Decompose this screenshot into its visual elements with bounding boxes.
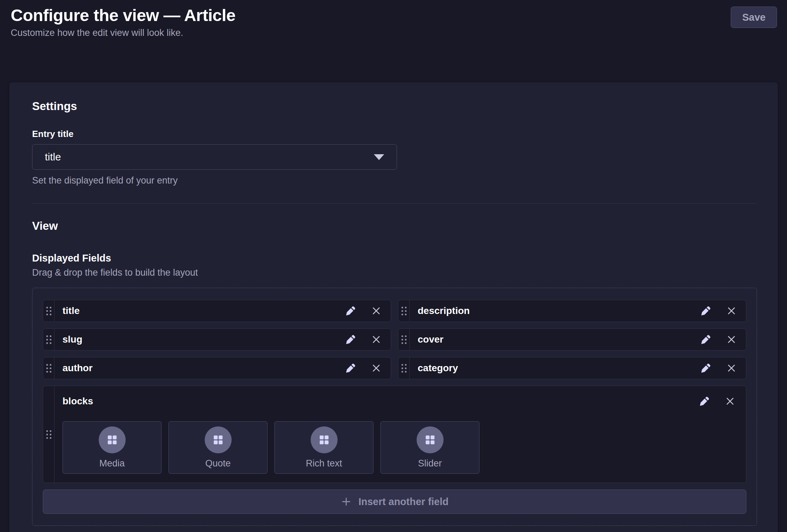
edit-field-button[interactable] bbox=[699, 304, 713, 318]
drag-handle-icon bbox=[46, 364, 51, 373]
drag-handle-icon bbox=[46, 430, 51, 439]
pencil-icon bbox=[345, 334, 356, 345]
component-circle bbox=[205, 426, 232, 453]
edit-field-button[interactable] bbox=[699, 361, 713, 375]
save-button[interactable]: Save bbox=[731, 7, 777, 28]
fields-drop-zone: title description bbox=[32, 288, 757, 526]
plus-icon bbox=[340, 496, 352, 508]
page-subtitle: Customize how the edit view will look li… bbox=[11, 28, 778, 38]
blocks-header: blocks bbox=[62, 394, 738, 408]
remove-field-button[interactable] bbox=[725, 333, 738, 346]
drag-handle-icon bbox=[401, 307, 407, 315]
component-label: Slider bbox=[418, 458, 442, 469]
displayed-fields-hint: Drag & drop the fields to build the layo… bbox=[32, 267, 757, 278]
remove-field-button[interactable] bbox=[725, 304, 738, 318]
component-card-slider[interactable]: Slider bbox=[380, 421, 479, 474]
close-icon bbox=[371, 363, 382, 374]
pencil-icon bbox=[345, 363, 356, 374]
component-card-media[interactable]: Media bbox=[62, 421, 162, 474]
remove-field-button[interactable] bbox=[369, 333, 383, 346]
pencil-icon bbox=[700, 334, 711, 345]
component-cards: Media Quote bbox=[62, 421, 738, 474]
drag-handle-icon bbox=[46, 335, 51, 344]
chevron-down-icon bbox=[374, 154, 384, 160]
view-heading: View bbox=[32, 219, 757, 233]
field-row-category: category bbox=[398, 357, 746, 379]
page-header: Configure the view — Article Customize h… bbox=[9, 6, 778, 38]
close-icon bbox=[725, 396, 736, 407]
field-label: cover bbox=[410, 334, 444, 345]
component-circle bbox=[417, 426, 444, 453]
pencil-icon bbox=[700, 363, 711, 374]
displayed-fields-label: Displayed Fields bbox=[32, 253, 757, 264]
pencil-icon bbox=[700, 305, 711, 316]
drag-handle[interactable] bbox=[398, 329, 410, 350]
field-label: blocks bbox=[62, 396, 93, 407]
drag-handle-icon bbox=[401, 335, 407, 344]
edit-field-button[interactable] bbox=[344, 333, 358, 346]
configure-view-page: Configure the view — Article Customize h… bbox=[0, 0, 787, 532]
remove-field-button[interactable] bbox=[725, 361, 738, 375]
edit-field-button[interactable] bbox=[699, 333, 713, 346]
entry-title-select-value: title bbox=[45, 151, 61, 163]
field-row-cover: cover bbox=[398, 328, 746, 351]
close-icon bbox=[371, 305, 382, 316]
grid-squares-icon bbox=[106, 434, 118, 446]
drag-handle[interactable] bbox=[43, 357, 55, 379]
pencil-icon bbox=[699, 396, 710, 407]
drag-handle[interactable] bbox=[43, 329, 55, 350]
field-row-slug: slug bbox=[43, 328, 391, 351]
drag-handle-icon bbox=[46, 307, 51, 315]
entry-title-select[interactable]: title bbox=[32, 144, 397, 170]
entry-title-hint: Set the displayed field of your entry bbox=[32, 175, 397, 186]
insert-another-field-label: Insert another field bbox=[358, 496, 448, 508]
field-label: category bbox=[410, 363, 458, 374]
component-card-rich-text[interactable]: Rich text bbox=[274, 421, 373, 474]
field-row-author: author bbox=[43, 357, 391, 379]
field-row-title: title bbox=[43, 300, 391, 322]
drag-handle-icon bbox=[401, 364, 407, 373]
section-divider bbox=[32, 203, 757, 204]
field-label: description bbox=[410, 305, 470, 316]
fields-grid: title description bbox=[43, 300, 746, 514]
component-circle bbox=[311, 426, 338, 453]
component-label: Media bbox=[99, 458, 125, 469]
main-panel: Settings Entry title title Set the displ… bbox=[9, 82, 778, 532]
close-icon bbox=[726, 305, 737, 316]
close-icon bbox=[371, 334, 382, 345]
component-circle bbox=[99, 426, 126, 453]
entry-title-label: Entry title bbox=[32, 129, 397, 139]
page-title: Configure the view — Article bbox=[11, 6, 778, 25]
drag-handle[interactable] bbox=[43, 300, 55, 322]
remove-field-button[interactable] bbox=[369, 304, 383, 318]
edit-field-button[interactable] bbox=[344, 361, 358, 375]
grid-squares-icon bbox=[424, 434, 436, 446]
drag-handle[interactable] bbox=[43, 386, 55, 483]
grid-squares-icon bbox=[212, 434, 224, 446]
close-icon bbox=[726, 334, 737, 345]
close-icon bbox=[726, 363, 737, 374]
remove-field-button[interactable] bbox=[369, 361, 383, 375]
entry-title-field-group: Entry title title Set the displayed fiel… bbox=[32, 129, 397, 186]
field-row-description: description bbox=[398, 300, 746, 322]
settings-heading: Settings bbox=[32, 100, 757, 113]
field-row-blocks: blocks bbox=[43, 386, 746, 483]
remove-field-button[interactable] bbox=[723, 394, 737, 408]
component-card-quote[interactable]: Quote bbox=[168, 421, 268, 474]
pencil-icon bbox=[345, 305, 356, 316]
blocks-content: blocks bbox=[55, 386, 746, 483]
drag-handle[interactable] bbox=[398, 300, 410, 322]
drag-handle[interactable] bbox=[398, 357, 410, 379]
field-label: title bbox=[55, 305, 80, 316]
field-label: slug bbox=[55, 334, 82, 345]
insert-another-field-button[interactable]: Insert another field bbox=[43, 490, 746, 514]
component-label: Quote bbox=[205, 458, 231, 469]
field-label: author bbox=[55, 363, 93, 374]
grid-squares-icon bbox=[318, 434, 330, 446]
edit-field-button[interactable] bbox=[344, 304, 358, 318]
component-label: Rich text bbox=[306, 458, 342, 469]
edit-field-button[interactable] bbox=[698, 394, 711, 408]
